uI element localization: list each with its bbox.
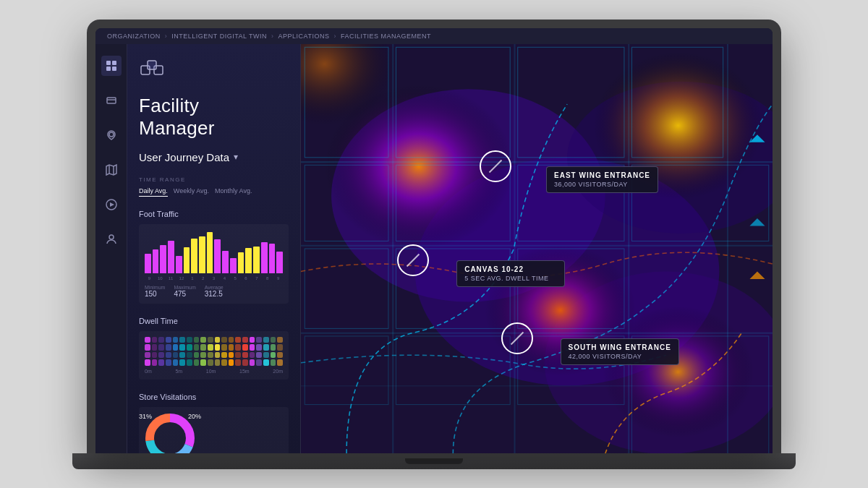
dwell-cell (250, 352, 255, 359)
dwell-cell (271, 344, 276, 351)
svg-marker-11 (110, 202, 114, 207)
dwell-cell (229, 359, 234, 366)
dwell-cell (208, 352, 213, 359)
dwell-cell (208, 359, 213, 366)
breadcrumb-twin: INTELLIGENT DIGITAL TWIN (171, 33, 267, 40)
dwell-cell (158, 344, 164, 351)
dwell-cell (263, 359, 269, 366)
dwell-cell (194, 352, 200, 359)
tooltip-south-wing: SOUTH WING ENTRANCE 42,000 VISITORS/DAY (561, 338, 679, 365)
sidebar-map-icon[interactable] (101, 160, 122, 180)
dwell-cell (215, 337, 221, 343)
svg-point-6 (109, 132, 114, 137)
svg-rect-4 (107, 98, 116, 103)
dwell-cell (179, 352, 185, 359)
dwell-cell (242, 352, 248, 359)
svg-rect-31 (301, 161, 773, 163)
dwell-cell (152, 352, 158, 359)
store-visitations-title: Store Visitations (139, 393, 289, 401)
dwell-cell (277, 337, 283, 343)
svg-point-12 (109, 235, 114, 239)
dwell-cell (263, 344, 269, 351)
dwell-grid (145, 337, 283, 366)
dwell-cell (235, 344, 241, 351)
dwell-cell (194, 344, 200, 351)
dwell-time-title: Dwell Time (139, 317, 289, 325)
bar-13 (238, 252, 244, 273)
journey-dropdown[interactable]: User Journey Data ▾ (139, 151, 289, 163)
dwell-cell (263, 352, 269, 359)
dwell-cell (221, 359, 227, 366)
bar-18 (276, 252, 283, 273)
stat-maximum: Maximum 475 (174, 285, 195, 298)
dwell-cell (271, 359, 276, 366)
bar-10 (214, 239, 221, 273)
sidebar-play-icon[interactable] (101, 194, 122, 215)
tab-daily[interactable]: Daily Avg. (139, 187, 168, 197)
breadcrumb-apps: APPLICATIONS (278, 33, 330, 40)
bar-8 (199, 236, 205, 273)
dwell-cell (166, 359, 171, 366)
svg-rect-37 (628, 44, 629, 453)
dwell-cell (229, 352, 234, 359)
foot-traffic-section: Foot Traffic (139, 210, 289, 304)
dropdown-label: User Journey Data (139, 151, 229, 163)
dwell-cell (187, 352, 192, 359)
dwell-cell (277, 344, 283, 351)
dwell-cell (271, 337, 276, 343)
dwell-cell (187, 344, 192, 351)
stat-average: Average 312.5 (205, 285, 224, 298)
tab-weekly[interactable]: Weekly Avg. (174, 187, 209, 197)
bar-6 (184, 247, 190, 273)
bar-2 (153, 249, 159, 273)
tooltip-canvas-value: 5 SEC AVG. DWELL TIME (464, 275, 557, 282)
dwell-cell (145, 344, 150, 351)
laptop-screen-bezel: ORGANIZATION › INTELLIGENT DIGITAL TWIN … (87, 20, 781, 453)
dwell-cell (250, 337, 255, 343)
chart-stats: Minimum 150 Maximum 475 Average 312.5 (145, 285, 283, 298)
dwell-cell (166, 352, 171, 359)
sidebar-layers-icon[interactable] (101, 90, 122, 111)
dwell-cell (208, 337, 213, 343)
dwell-cell (256, 337, 262, 343)
donut-container: 31% 20% 27% 22% (139, 407, 289, 453)
svg-rect-34 (301, 385, 773, 386)
dwell-cell (194, 359, 200, 366)
sidebar-user-icon[interactable] (101, 229, 122, 249)
dwell-cell (200, 359, 206, 366)
foot-traffic-chart: 9 10 11 12 1 2 3 4 5 6 7 (139, 224, 289, 304)
store-visitations-section: Store Visitations (139, 393, 289, 453)
dwell-cell (229, 344, 234, 351)
sidebar-location-icon[interactable] (101, 125, 122, 145)
bar-11 (222, 251, 229, 273)
tab-monthly[interactable]: Monthly Avg. (215, 187, 252, 197)
tooltip-east-wing-title: EAST WING ENTRANCE (554, 171, 650, 179)
stat-minimum: Minimum 150 (145, 285, 165, 298)
breadcrumb-facilities: FACILITIES MANAGEMENT (341, 33, 431, 40)
heatmap-area: EAST WING ENTRANCE 36,000 VISITORS/DAY C… (301, 44, 773, 453)
circle-south-wing (501, 322, 533, 354)
dwell-cell (200, 337, 206, 343)
bar-14 (245, 248, 252, 273)
app-icon (139, 59, 289, 87)
dwell-cell (200, 344, 206, 351)
dwell-cell (242, 344, 248, 351)
sidebar-grid-icon[interactable] (101, 56, 122, 76)
dwell-cell (263, 337, 269, 343)
svg-rect-0 (106, 61, 111, 65)
dwell-cell (187, 359, 192, 366)
dwell-cell (242, 337, 248, 343)
tooltip-canvas-title: CANVAS 10-22 (464, 265, 557, 273)
dwell-cell (250, 344, 255, 351)
dwell-cell (173, 337, 179, 343)
dwell-cell (256, 352, 262, 359)
dwell-cell (158, 337, 164, 343)
tooltip-east-wing-value: 36,000 VISITORS/DAY (554, 181, 650, 188)
donut-pct-tl: 31% (139, 413, 152, 420)
breadcrumb: ORGANIZATION › INTELLIGENT DIGITAL TWIN … (95, 28, 773, 44)
donut-chart: 31% 20% 27% 22% (145, 413, 195, 453)
dwell-cell (215, 352, 221, 359)
dropdown-arrow-icon: ▾ (234, 152, 238, 162)
dwell-cell (256, 344, 262, 351)
dwell-cell (221, 337, 227, 343)
